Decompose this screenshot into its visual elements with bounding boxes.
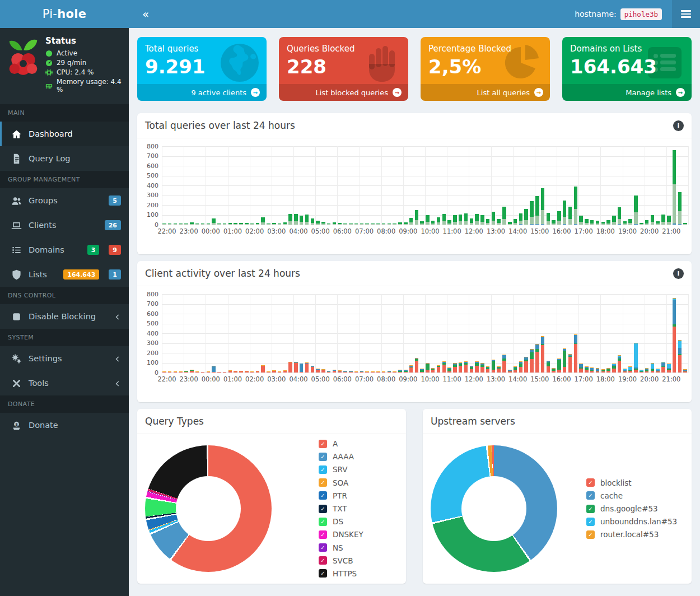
bar-segment-forwarded [409, 218, 413, 223]
sidebar-item-disable-blocking[interactable]: Disable Blocking [0, 304, 129, 329]
legend-checkbox-icon[interactable] [586, 478, 595, 487]
sidebar-item-groups[interactable]: Groups5 [0, 188, 129, 213]
bar-segment-client-red [470, 369, 474, 372]
sidebar-collapse-button[interactable]: « [138, 5, 153, 23]
sidebar-item-domains[interactable]: Domains39 [0, 238, 129, 262]
bar [294, 214, 298, 225]
query-types-donut-chart[interactable] [145, 445, 272, 572]
legend-item: DS [319, 515, 363, 528]
bar [563, 348, 567, 372]
sidebar-item-donate[interactable]: $Donate [0, 413, 129, 437]
legend-checkbox-icon[interactable] [319, 569, 327, 578]
x-axis-tick-label: 09:00 [399, 227, 417, 235]
legend-label: blocklist [600, 478, 632, 487]
legend-checkbox-icon[interactable] [319, 505, 327, 513]
bar-segment-client-red [294, 363, 298, 372]
bar-segment-forwarded [585, 219, 589, 223]
x-axis-tick-label: 06:00 [333, 375, 352, 383]
sidebar-item-settings[interactable]: Settings [0, 346, 129, 371]
legend-checkbox-icon[interactable] [586, 491, 595, 500]
sidebar-item-tools[interactable]: Tools [0, 371, 129, 395]
legend-checkbox-icon[interactable] [319, 518, 327, 526]
bar [327, 224, 331, 225]
gridline [513, 146, 514, 225]
bar-segment-cached [596, 224, 600, 225]
upstream-servers-donut-chart[interactable] [431, 445, 557, 572]
laptop-icon [11, 220, 22, 231]
bar [300, 216, 304, 225]
bar [470, 366, 474, 372]
gridline [666, 294, 667, 372]
legend-checkbox-icon[interactable] [319, 453, 327, 461]
sidebar-section-header: DONATE [0, 395, 129, 413]
client-activity-chart[interactable]: 8007006005004003002001000 [162, 294, 688, 372]
bar [678, 340, 682, 372]
x-axis-tick-label: 14:00 [508, 227, 527, 235]
bar-segment-client-red [365, 372, 369, 372]
bar-segment-forwarded [667, 216, 671, 222]
bar-segment-forwarded [563, 201, 567, 217]
legend-checkbox-icon[interactable] [319, 440, 327, 448]
x-axis-tick-label: 10:00 [421, 227, 439, 235]
menu-toggle-button[interactable] [672, 0, 700, 28]
legend-checkbox-icon[interactable] [586, 518, 595, 526]
bar [552, 220, 556, 225]
bar-segment-client-red [661, 367, 665, 373]
bar-segment-cached [272, 224, 276, 225]
bar [360, 371, 364, 372]
bar [486, 219, 490, 225]
gridline [162, 294, 162, 372]
bar [519, 213, 523, 225]
legend-checkbox-icon[interactable] [319, 556, 327, 565]
bar-segment-cached [179, 224, 183, 225]
total-queries-chart[interactable]: 8007006005004003002001000 [162, 146, 688, 225]
card-footer-link[interactable]: List all queries→ [421, 84, 550, 101]
bar-segment-cached [234, 224, 237, 225]
gridline [578, 146, 579, 225]
legend-checkbox-icon[interactable] [319, 491, 327, 500]
bar-segment-client-red [245, 371, 249, 372]
brand-logo[interactable]: Pi-hole [0, 0, 129, 28]
bar [618, 355, 622, 372]
card-footer-link[interactable]: Manage lists→ [562, 84, 692, 101]
sidebar-item-dashboard[interactable]: Dashboard [0, 122, 129, 146]
bar [305, 215, 309, 225]
bar [535, 196, 539, 225]
x-axis-tick-label: 07:00 [355, 375, 374, 383]
legend-checkbox-icon[interactable] [319, 530, 327, 539]
bar [349, 224, 353, 225]
sidebar-item-clients[interactable]: Clients26 [0, 213, 129, 238]
users-icon [11, 195, 22, 206]
card-footer-link[interactable]: List blocked queries→ [279, 84, 408, 101]
bar-segment-blocked [673, 224, 676, 225]
bar-segment-cached [404, 224, 408, 225]
bar [453, 215, 457, 225]
legend-checkbox-icon[interactable] [319, 465, 327, 474]
bar [601, 222, 605, 225]
bar-segment-client-red [162, 372, 166, 372]
sidebar-item-query-log[interactable]: Query Log [0, 146, 129, 171]
y-axis-tick-label: 300 [138, 192, 158, 199]
legend-checkbox-icon[interactable] [319, 543, 327, 552]
bar-segment-cached [514, 223, 517, 225]
info-icon[interactable] [673, 268, 684, 279]
legend-checkbox-icon[interactable] [586, 530, 595, 539]
legend-checkbox-icon[interactable] [586, 505, 595, 513]
bar-segment-client-red [519, 367, 523, 373]
bar [606, 220, 610, 225]
sidebar-item-lists[interactable]: Lists164.6431 [0, 262, 129, 287]
bar-segment-cached [486, 223, 490, 225]
bar-segment-cached [288, 221, 292, 225]
card-footer-link[interactable]: 9 active clients→ [137, 84, 267, 101]
info-icon[interactable] [673, 120, 684, 131]
bar-segment-cached [661, 222, 665, 225]
legend-item: A [319, 437, 363, 450]
bar-segment-client-red [311, 367, 315, 373]
x-axis-tick-label: 13:00 [487, 227, 505, 235]
card-footer-label: 9 active clients [191, 89, 246, 97]
bar-segment-forwarded [547, 213, 550, 221]
gridline [645, 294, 645, 372]
bar-segment-forwarded [288, 214, 292, 221]
legend-checkbox-icon[interactable] [319, 478, 327, 487]
bar-segment-forwarded [651, 215, 655, 222]
